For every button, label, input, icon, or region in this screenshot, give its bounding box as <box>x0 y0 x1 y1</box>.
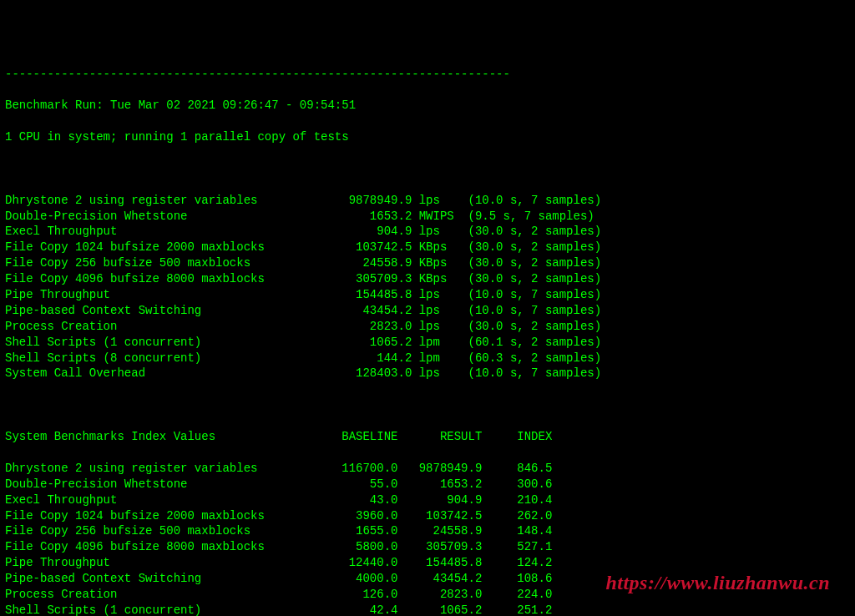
run-result-row: Dhrystone 2 using register variables 987… <box>5 193 850 209</box>
index-table-row: Dhrystone 2 using register variables 116… <box>5 461 850 477</box>
index-table-row: Double-Precision Whetstone 55.0 1653.2 3… <box>5 477 850 492</box>
run-result-row: System Call Overhead 128403.0 lps (10.0 … <box>5 366 850 381</box>
index-table-row: File Copy 256 bufsize 500 maxblocks 1655… <box>5 523 850 539</box>
run-result-row: File Copy 1024 bufsize 2000 maxblocks 10… <box>5 240 850 255</box>
run-result-row: Execl Throughput 904.9 lps (30.0 s, 2 sa… <box>5 224 850 240</box>
benchmark-run-header: Benchmark Run: Tue Mar 02 2021 09:26:47 … <box>5 98 850 114</box>
run-result-row: Double-Precision Whetstone 1653.2 MWIPS … <box>5 209 850 225</box>
watermark-url: https://www.liuzhanwu.cn <box>605 569 830 596</box>
run-result-row: Shell Scripts (1 concurrent) 1065.2 lpm … <box>5 335 850 351</box>
run-result-row: Process Creation 2823.0 lps (30.0 s, 2 s… <box>5 319 850 335</box>
run-results-block: Dhrystone 2 using register variables 987… <box>5 193 850 382</box>
run-result-row: File Copy 4096 bufsize 8000 maxblocks 30… <box>5 271 850 287</box>
cpu-info-line: 1 CPU in system; running 1 parallel copy… <box>5 129 850 145</box>
run-result-row: Pipe Throughput 154485.8 lps (10.0 s, 7 … <box>5 287 850 303</box>
index-table-row: File Copy 1024 bufsize 2000 maxblocks 39… <box>5 508 850 524</box>
index-table-row: File Copy 4096 bufsize 8000 maxblocks 58… <box>5 539 850 555</box>
run-result-row: Pipe-based Context Switching 43454.2 lps… <box>5 303 850 319</box>
blank-line <box>5 397 850 413</box>
index-table-row: Execl Throughput 43.0 904.9 210.4 <box>5 492 850 508</box>
index-header-row: System Benchmarks Index Values BASELINE … <box>5 429 850 445</box>
blank-line <box>5 161 850 177</box>
run-result-row: Shell Scripts (8 concurrent) 144.2 lpm (… <box>5 351 850 366</box>
run-result-row: File Copy 256 bufsize 500 maxblocks 2455… <box>5 255 850 271</box>
divider-top: ----------------------------------------… <box>5 67 850 83</box>
index-table-row: Shell Scripts (1 concurrent) 42.4 1065.2… <box>5 603 850 616</box>
